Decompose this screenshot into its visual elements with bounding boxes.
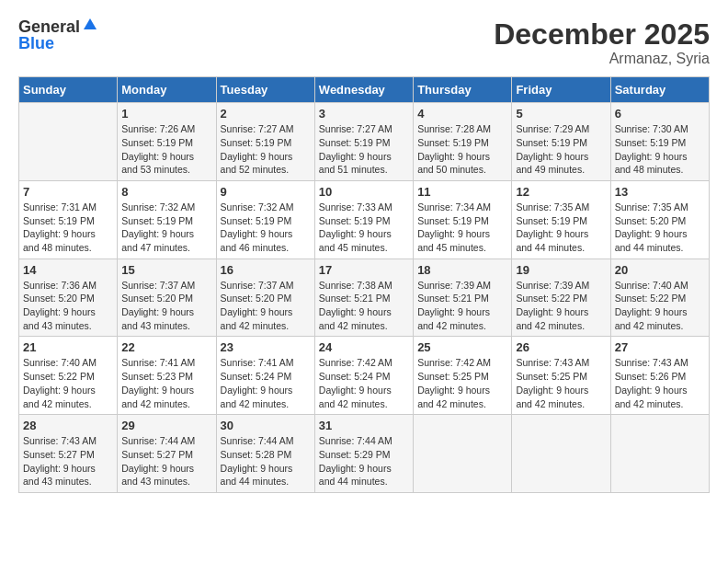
day-number: 24 — [319, 340, 409, 354]
week-row-5: 28Sunrise: 7:43 AM Sunset: 5:27 PM Dayli… — [19, 415, 710, 493]
day-number: 28 — [23, 419, 113, 432]
logo-blue-text: Blue — [18, 35, 54, 52]
day-info: Sunrise: 7:33 AM Sunset: 5:19 PM Dayligh… — [319, 201, 409, 255]
day-number: 1 — [121, 107, 211, 121]
day-info: Sunrise: 7:26 AM Sunset: 5:19 PM Dayligh… — [121, 122, 211, 177]
day-number: 31 — [319, 419, 409, 432]
day-info: Sunrise: 7:31 AM Sunset: 5:19 PM Dayligh… — [23, 201, 113, 255]
calendar-cell — [512, 415, 610, 493]
page-header: General Blue December 2025 Armanaz, Syri… — [18, 18, 710, 67]
day-info: Sunrise: 7:41 AM Sunset: 5:23 PM Dayligh… — [121, 356, 211, 410]
day-info: Sunrise: 7:44 AM Sunset: 5:29 PM Dayligh… — [319, 434, 409, 488]
calendar-cell: 21Sunrise: 7:40 AM Sunset: 5:22 PM Dayli… — [19, 337, 118, 415]
location-title: Armanaz, Syria — [494, 51, 710, 67]
day-info: Sunrise: 7:32 AM Sunset: 5:19 PM Dayligh… — [121, 201, 211, 255]
calendar-cell: 1Sunrise: 7:26 AM Sunset: 5:19 PM Daylig… — [118, 103, 216, 181]
day-info: Sunrise: 7:43 AM Sunset: 5:27 PM Dayligh… — [23, 434, 113, 488]
week-row-1: 1Sunrise: 7:26 AM Sunset: 5:19 PM Daylig… — [19, 103, 710, 181]
day-info: Sunrise: 7:39 AM Sunset: 5:21 PM Dayligh… — [417, 279, 507, 333]
month-title: December 2025 — [494, 18, 710, 51]
day-number: 26 — [516, 340, 606, 354]
calendar-cell: 31Sunrise: 7:44 AM Sunset: 5:29 PM Dayli… — [314, 415, 413, 493]
calendar-cell: 26Sunrise: 7:43 AM Sunset: 5:25 PM Dayli… — [512, 337, 610, 415]
day-number: 6 — [615, 107, 705, 121]
calendar-cell: 27Sunrise: 7:43 AM Sunset: 5:26 PM Dayli… — [610, 337, 709, 415]
day-number: 17 — [319, 263, 409, 277]
calendar-cell: 7Sunrise: 7:31 AM Sunset: 5:19 PM Daylig… — [19, 180, 118, 259]
calendar-table: SundayMondayTuesdayWednesdayThursdayFrid… — [18, 76, 710, 493]
day-number: 13 — [615, 185, 705, 199]
calendar-cell: 3Sunrise: 7:27 AM Sunset: 5:19 PM Daylig… — [314, 103, 413, 181]
day-info: Sunrise: 7:42 AM Sunset: 5:24 PM Dayligh… — [319, 356, 409, 410]
day-header-saturday: Saturday — [610, 77, 709, 103]
calendar-cell: 9Sunrise: 7:32 AM Sunset: 5:19 PM Daylig… — [216, 180, 314, 259]
calendar-cell: 15Sunrise: 7:37 AM Sunset: 5:20 PM Dayli… — [118, 259, 216, 337]
calendar-cell: 19Sunrise: 7:39 AM Sunset: 5:22 PM Dayli… — [512, 259, 610, 337]
day-header-sunday: Sunday — [19, 77, 118, 103]
calendar-cell: 5Sunrise: 7:29 AM Sunset: 5:19 PM Daylig… — [512, 103, 610, 181]
calendar-cell: 10Sunrise: 7:33 AM Sunset: 5:19 PM Dayli… — [314, 180, 413, 259]
calendar-cell: 8Sunrise: 7:32 AM Sunset: 5:19 PM Daylig… — [118, 180, 216, 259]
day-info: Sunrise: 7:34 AM Sunset: 5:19 PM Dayligh… — [417, 201, 507, 255]
day-number: 20 — [615, 263, 705, 277]
day-number: 21 — [23, 340, 113, 354]
day-info: Sunrise: 7:44 AM Sunset: 5:28 PM Dayligh… — [221, 434, 311, 488]
calendar-cell: 13Sunrise: 7:35 AM Sunset: 5:20 PM Dayli… — [610, 180, 709, 259]
day-info: Sunrise: 7:38 AM Sunset: 5:21 PM Dayligh… — [319, 279, 409, 333]
day-number: 30 — [221, 419, 311, 432]
calendar-cell: 17Sunrise: 7:38 AM Sunset: 5:21 PM Dayli… — [314, 259, 413, 337]
logo-general-text: General — [18, 18, 80, 35]
week-row-3: 14Sunrise: 7:36 AM Sunset: 5:20 PM Dayli… — [19, 259, 710, 337]
day-header-wednesday: Wednesday — [314, 77, 413, 103]
calendar-cell: 23Sunrise: 7:41 AM Sunset: 5:24 PM Dayli… — [216, 337, 314, 415]
day-number: 25 — [417, 340, 507, 354]
day-info: Sunrise: 7:37 AM Sunset: 5:20 PM Dayligh… — [121, 279, 211, 333]
day-number: 2 — [221, 107, 311, 121]
day-header-tuesday: Tuesday — [216, 77, 314, 103]
day-info: Sunrise: 7:32 AM Sunset: 5:19 PM Dayligh… — [221, 201, 311, 255]
day-info: Sunrise: 7:35 AM Sunset: 5:19 PM Dayligh… — [516, 201, 606, 255]
day-info: Sunrise: 7:30 AM Sunset: 5:19 PM Dayligh… — [615, 122, 705, 177]
day-info: Sunrise: 7:27 AM Sunset: 5:19 PM Dayligh… — [221, 122, 311, 177]
day-number: 22 — [121, 340, 211, 354]
day-info: Sunrise: 7:27 AM Sunset: 5:19 PM Dayligh… — [319, 122, 409, 177]
day-number: 15 — [121, 263, 211, 277]
title-block: December 2025 Armanaz, Syria — [494, 18, 710, 67]
calendar-cell: 24Sunrise: 7:42 AM Sunset: 5:24 PM Dayli… — [314, 337, 413, 415]
calendar-cell — [414, 415, 512, 493]
calendar-cell: 30Sunrise: 7:44 AM Sunset: 5:28 PM Dayli… — [216, 415, 314, 493]
day-info: Sunrise: 7:43 AM Sunset: 5:26 PM Dayligh… — [615, 356, 705, 410]
day-info: Sunrise: 7:37 AM Sunset: 5:20 PM Dayligh… — [221, 279, 311, 333]
day-number: 10 — [319, 185, 409, 199]
week-row-4: 21Sunrise: 7:40 AM Sunset: 5:22 PM Dayli… — [19, 337, 710, 415]
day-number: 11 — [417, 185, 507, 199]
week-row-2: 7Sunrise: 7:31 AM Sunset: 5:19 PM Daylig… — [19, 180, 710, 259]
day-number: 5 — [516, 107, 606, 121]
logo-icon — [82, 17, 98, 33]
calendar-cell: 2Sunrise: 7:27 AM Sunset: 5:19 PM Daylig… — [216, 103, 314, 181]
day-header-friday: Friday — [512, 77, 610, 103]
day-info: Sunrise: 7:44 AM Sunset: 5:27 PM Dayligh… — [121, 434, 211, 488]
day-number: 19 — [516, 263, 606, 277]
calendar-cell: 16Sunrise: 7:37 AM Sunset: 5:20 PM Dayli… — [216, 259, 314, 337]
calendar-cell — [610, 415, 709, 493]
calendar-cell: 11Sunrise: 7:34 AM Sunset: 5:19 PM Dayli… — [414, 180, 512, 259]
calendar-cell: 25Sunrise: 7:42 AM Sunset: 5:25 PM Dayli… — [414, 337, 512, 415]
day-info: Sunrise: 7:43 AM Sunset: 5:25 PM Dayligh… — [516, 356, 606, 410]
days-header-row: SundayMondayTuesdayWednesdayThursdayFrid… — [19, 77, 710, 103]
day-info: Sunrise: 7:29 AM Sunset: 5:19 PM Dayligh… — [516, 122, 606, 177]
day-info: Sunrise: 7:42 AM Sunset: 5:25 PM Dayligh… — [417, 356, 507, 410]
day-number: 14 — [23, 263, 113, 277]
day-number: 7 — [23, 185, 113, 199]
calendar-cell: 4Sunrise: 7:28 AM Sunset: 5:19 PM Daylig… — [414, 103, 512, 181]
day-number: 3 — [319, 107, 409, 121]
day-info: Sunrise: 7:41 AM Sunset: 5:24 PM Dayligh… — [221, 356, 311, 410]
day-info: Sunrise: 7:40 AM Sunset: 5:22 PM Dayligh… — [615, 279, 705, 333]
day-number: 18 — [417, 263, 507, 277]
calendar-cell: 20Sunrise: 7:40 AM Sunset: 5:22 PM Dayli… — [610, 259, 709, 337]
calendar-cell: 12Sunrise: 7:35 AM Sunset: 5:19 PM Dayli… — [512, 180, 610, 259]
day-number: 27 — [615, 340, 705, 354]
calendar-cell: 28Sunrise: 7:43 AM Sunset: 5:27 PM Dayli… — [19, 415, 118, 493]
day-number: 12 — [516, 185, 606, 199]
day-info: Sunrise: 7:28 AM Sunset: 5:19 PM Dayligh… — [417, 122, 507, 177]
